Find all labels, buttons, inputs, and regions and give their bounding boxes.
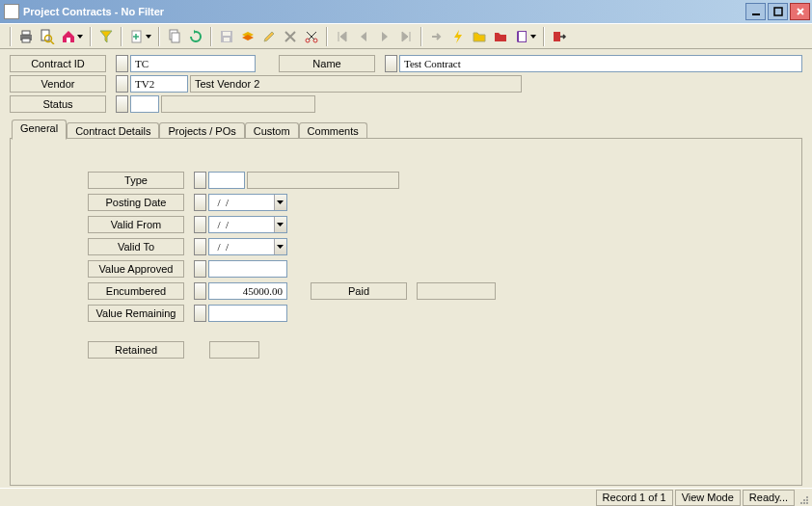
value-approved-input[interactable] xyxy=(208,260,287,278)
valid-to-combo[interactable] xyxy=(208,238,287,255)
help-button[interactable] xyxy=(511,26,539,47)
value-remaining-row: Value Remaining xyxy=(88,305,790,322)
prev-icon xyxy=(356,29,371,44)
svg-rect-10 xyxy=(172,33,179,42)
record-status: Record 1 of 1 xyxy=(596,490,673,506)
svg-rect-0 xyxy=(752,13,760,15)
edit-button[interactable] xyxy=(258,26,280,47)
value-remaining-button[interactable] xyxy=(194,305,206,322)
resize-grip[interactable] xyxy=(795,490,810,506)
chevron-down-icon[interactable] xyxy=(274,239,286,254)
encumbered-button[interactable] xyxy=(194,282,206,300)
paid-display xyxy=(417,282,496,300)
print-button[interactable] xyxy=(15,26,37,47)
status-code-input[interactable] xyxy=(130,95,159,113)
contract-id-label: Contract ID xyxy=(10,55,106,72)
encumbered-input[interactable] xyxy=(208,282,287,300)
filter-button[interactable] xyxy=(95,26,117,47)
type-lookup-button[interactable] xyxy=(194,172,206,189)
goto-button xyxy=(426,26,447,47)
value-remaining-input[interactable] xyxy=(208,305,287,322)
retained-label: Retained xyxy=(88,341,184,359)
posting-date-combo[interactable] xyxy=(208,194,287,211)
name-lookup-button[interactable] xyxy=(385,55,397,72)
vendor-name-display: Test Vendor 2 xyxy=(190,75,522,93)
content-area: Contract ID Name Vendor Test Vendor 2 St… xyxy=(0,49,812,488)
chevron-down-icon xyxy=(145,27,151,46)
minimize-button[interactable] xyxy=(745,3,766,20)
type-code-input[interactable] xyxy=(208,172,245,189)
folder-red-button[interactable] xyxy=(490,26,511,47)
layers-icon xyxy=(240,29,256,44)
value-approved-button[interactable] xyxy=(194,260,206,278)
posting-date-row: Posting Date xyxy=(88,194,790,211)
valid-from-combo[interactable] xyxy=(208,216,287,233)
folder-yellow-button[interactable] xyxy=(469,26,490,47)
tab-general[interactable]: General xyxy=(12,120,67,140)
exit-button[interactable] xyxy=(549,26,570,47)
contract-id-lookup-button[interactable] xyxy=(116,55,128,72)
general-form: Type Posting Date Valid From xyxy=(88,172,790,359)
valid-from-input[interactable] xyxy=(209,217,274,232)
valid-to-input[interactable] xyxy=(209,239,274,254)
pencil-icon xyxy=(261,29,277,44)
chevron-down-icon[interactable] xyxy=(274,217,286,232)
funnel-icon xyxy=(98,29,114,44)
execute-button[interactable] xyxy=(447,26,469,47)
valid-to-row: Valid To xyxy=(88,238,790,255)
vendor-row: Vendor Test Vendor 2 xyxy=(10,75,802,93)
toolbar-separator xyxy=(210,27,212,46)
toolbar-separator xyxy=(543,27,545,46)
copy-icon xyxy=(167,29,182,44)
name-label: Name xyxy=(279,55,375,72)
last-icon xyxy=(398,29,414,44)
close-button[interactable] xyxy=(790,3,810,20)
svg-point-21 xyxy=(806,499,808,501)
posting-date-calendar-button[interactable] xyxy=(194,194,206,211)
vendor-code-input[interactable] xyxy=(130,75,188,93)
cut-button[interactable] xyxy=(301,26,322,47)
status-row: Status xyxy=(10,95,802,113)
contract-id-input[interactable] xyxy=(130,55,256,72)
toolbar-separator xyxy=(420,27,422,46)
maximize-button[interactable] xyxy=(768,3,788,20)
svg-point-19 xyxy=(803,502,805,504)
svg-rect-4 xyxy=(22,39,30,42)
valid-from-label: Valid From xyxy=(88,216,184,233)
svg-point-23 xyxy=(806,496,808,498)
chevron-down-icon xyxy=(529,27,536,46)
print-preview-button[interactable] xyxy=(37,26,58,47)
status-bar: Record 1 of 1 View Mode Ready... xyxy=(0,488,812,506)
vendor-lookup-button[interactable] xyxy=(116,75,128,93)
retained-row: Retained xyxy=(88,341,790,359)
printer-icon xyxy=(18,29,34,44)
toolbar xyxy=(0,23,812,49)
new-button[interactable] xyxy=(126,26,154,47)
arrow-right-icon xyxy=(429,29,445,44)
x-icon xyxy=(283,29,298,44)
name-input[interactable] xyxy=(399,55,802,72)
layers-button[interactable] xyxy=(237,26,258,47)
next-icon xyxy=(377,29,392,44)
refresh-button[interactable] xyxy=(185,26,206,47)
svg-rect-3 xyxy=(22,31,30,35)
scissors-icon xyxy=(304,29,319,44)
home-button[interactable] xyxy=(58,26,86,47)
refresh-icon xyxy=(188,29,203,44)
valid-to-calendar-button[interactable] xyxy=(194,238,206,255)
value-approved-row: Value Approved xyxy=(88,260,790,278)
svg-point-22 xyxy=(803,499,805,501)
chevron-down-icon[interactable] xyxy=(274,195,286,210)
status-lookup-button[interactable] xyxy=(116,95,128,113)
svg-rect-12 xyxy=(223,32,230,36)
type-row: Type xyxy=(88,172,790,189)
disk-icon xyxy=(219,29,234,44)
valid-from-calendar-button[interactable] xyxy=(194,216,206,233)
toolbar-separator xyxy=(326,27,328,46)
svg-point-20 xyxy=(800,502,802,504)
valid-to-label: Valid To xyxy=(88,238,184,255)
type-desc-display xyxy=(247,172,399,189)
posting-date-input[interactable] xyxy=(209,195,274,210)
exit-icon xyxy=(552,29,567,44)
copy-button[interactable] xyxy=(164,26,185,47)
